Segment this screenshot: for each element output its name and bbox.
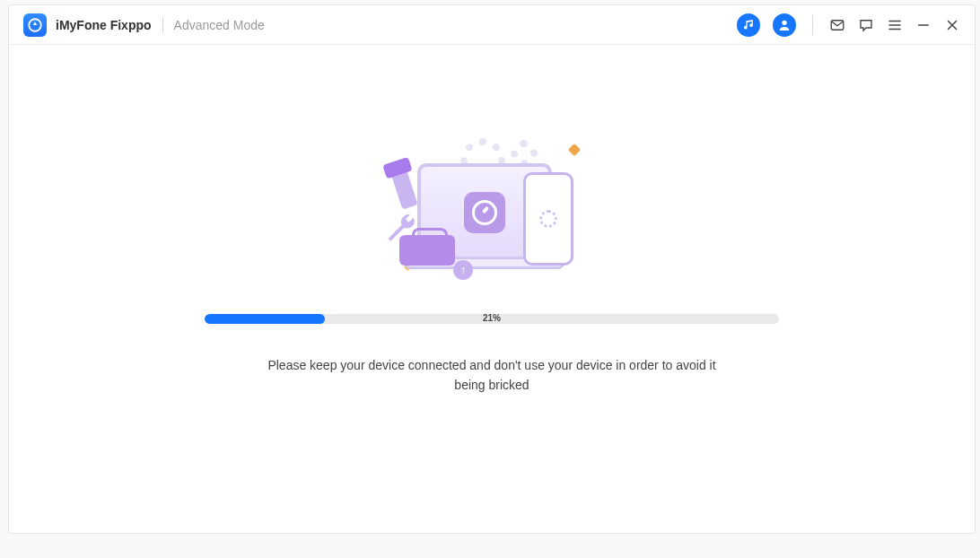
app-title: iMyFone Fixppo	[56, 18, 152, 32]
chat-icon[interactable]	[858, 17, 874, 33]
titlebar: iMyFone Fixppo Advanced Mode	[9, 5, 975, 45]
minimize-icon[interactable]	[915, 17, 932, 33]
loading-spinner-icon	[539, 210, 557, 228]
user-icon[interactable]	[773, 13, 796, 37]
app-logo-icon	[23, 13, 47, 37]
repair-illustration: ↑	[363, 122, 620, 292]
toolbox-icon	[399, 235, 455, 266]
progress-bar: 21%	[205, 314, 779, 324]
music-icon[interactable]	[737, 13, 760, 37]
app-window: iMyFone Fixppo Advanced Mode	[8, 4, 976, 534]
sparkle-icon	[568, 144, 581, 156]
svg-point-1	[782, 20, 786, 24]
mode-label: Advanced Mode	[174, 18, 265, 32]
menu-icon[interactable]	[887, 17, 903, 33]
progress-track: 21%	[205, 314, 779, 324]
title-divider	[162, 17, 163, 33]
fixppo-app-icon	[464, 192, 505, 233]
hammer-icon	[389, 165, 417, 209]
progress-percent-label: 21%	[205, 314, 779, 323]
titlebar-right	[737, 13, 960, 37]
main-content: ↑ 21% Please keep your device connected …	[9, 45, 975, 533]
instruction-text: Please keep your device connected and do…	[258, 356, 725, 395]
titlebar-separator	[812, 15, 813, 35]
upload-icon: ↑	[453, 260, 473, 280]
mail-icon[interactable]	[829, 17, 845, 33]
close-icon[interactable]	[944, 17, 960, 33]
phone-icon	[523, 172, 573, 266]
